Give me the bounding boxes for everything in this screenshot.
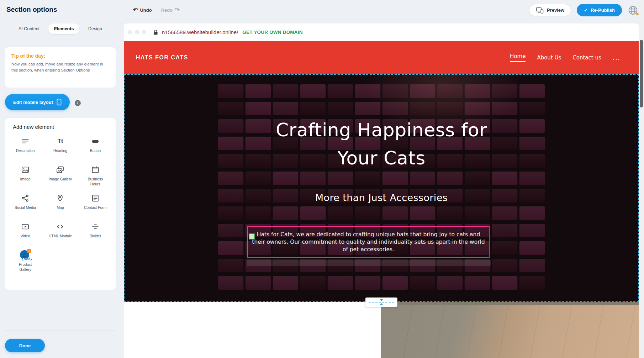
shop-badge: SHOP <box>22 258 31 261</box>
calendar-icon <box>91 165 100 175</box>
site-nav: Home About Us Contact us ... <box>510 41 621 74</box>
section-resize-handle[interactable] <box>365 298 397 307</box>
nav-home[interactable]: Home <box>510 53 526 62</box>
edit-mobile-label: Edit mobile layout <box>13 100 53 105</box>
add-element-panel: Add new element Description Tt Heading B… <box>5 118 116 290</box>
browser-chrome: n1566589.websitebuilder.online/ GET YOUR… <box>124 23 639 41</box>
check-icon: ✓ <box>584 7 588 13</box>
undo-button[interactable]: ↶ Undo <box>133 7 152 13</box>
phone-icon <box>57 99 62 106</box>
language-globe-button[interactable] <box>628 5 638 16</box>
resize-handle[interactable] <box>249 233 255 239</box>
share-icon <box>21 193 30 203</box>
preview-button[interactable]: Preview <box>529 4 571 16</box>
window-dot <box>128 30 132 34</box>
republish-label: Re-Publish <box>591 7 615 13</box>
undo-icon: ↶ <box>133 7 138 13</box>
element-html-module[interactable]: HTML Module <box>43 217 78 246</box>
nav-more-button[interactable]: ... <box>613 54 621 61</box>
tab-ai-content[interactable]: AI Content <box>13 23 45 34</box>
element-map[interactable]: Map <box>43 189 78 217</box>
edit-mobile-layout-button[interactable]: Edit mobile layout <box>5 94 70 110</box>
tip-card: Tip of the day: Now you can add, move an… <box>5 47 116 88</box>
scrollbar[interactable] <box>639 0 644 358</box>
done-button[interactable]: Done <box>5 339 45 352</box>
hero-subtitle[interactable]: More than Just Accessories <box>125 192 638 203</box>
scrollbar-thumb[interactable] <box>640 40 643 107</box>
site-preview: n1566589.websitebuilder.online/ GET YOUR… <box>124 23 639 358</box>
element-contact-form[interactable]: Contact Form <box>78 189 113 217</box>
video-icon <box>21 222 30 232</box>
page-title: Section options <box>6 6 57 14</box>
selected-text-element[interactable]: Hats for Cats, we are dedicated to craft… <box>247 226 490 258</box>
element-video[interactable]: Video <box>8 217 43 246</box>
hero-paragraph: Hats for Cats, we are dedicated to craft… <box>248 231 489 253</box>
tab-elements[interactable]: Elements <box>48 23 80 34</box>
add-element-title: Add new element <box>13 124 113 130</box>
site-logo[interactable]: HATS FOR CATS <box>136 54 188 61</box>
form-icon <box>91 193 100 203</box>
window-dot <box>135 30 139 34</box>
element-product-gallery[interactable]: SHOP + Product Gallery <box>8 246 43 274</box>
product-gallery-icon: SHOP + <box>20 250 31 260</box>
element-button[interactable]: Button <box>78 132 113 160</box>
image-gallery-icon <box>56 165 64 175</box>
window-dot <box>142 30 146 34</box>
map-pin-icon <box>56 193 64 203</box>
tab-design[interactable]: Design <box>83 23 108 34</box>
undo-label: Undo <box>140 7 152 13</box>
tip-title: Tip of the day: <box>11 53 109 59</box>
redo-icon: ↷ <box>175 7 179 13</box>
republish-button[interactable]: ✓ Re-Publish <box>577 4 622 16</box>
devices-icon <box>536 5 544 15</box>
element-business-hours[interactable]: Business Hours <box>78 160 113 189</box>
element-image[interactable]: Image <box>8 160 43 189</box>
hero-title[interactable]: Crafting Happiness for Your Cats <box>125 116 638 172</box>
get-domain-link[interactable]: GET YOUR OWN DOMAIN <box>242 30 302 35</box>
window-dots <box>128 30 146 34</box>
sidebar-tabs: AI Content Elements Design <box>5 23 116 34</box>
nav-contact[interactable]: Contact us <box>572 54 601 61</box>
tile-wall <box>218 84 545 290</box>
sidebar-divider <box>5 331 116 331</box>
hero-section[interactable]: Crafting Happiness for Your Cats More th… <box>124 74 639 302</box>
lock-icon <box>153 29 158 35</box>
hero-title-line2: Your Cats <box>125 144 638 172</box>
description-icon <box>21 136 30 146</box>
element-description[interactable]: Description <box>8 132 43 160</box>
redo-button[interactable]: Redo ↷ <box>161 7 180 13</box>
site-header: HATS FOR CATS Home About Us Contact us .… <box>124 41 639 74</box>
element-divider[interactable]: Divider <box>78 217 113 246</box>
element-grid: Description Tt Heading Button Image <box>8 132 113 274</box>
code-icon <box>56 222 64 232</box>
info-icon[interactable]: i <box>75 100 81 106</box>
topbar: Section options ↶ Undo Redo ↷ Preview ✓ … <box>0 0 644 20</box>
heading-icon: Tt <box>57 136 63 146</box>
element-heading[interactable]: Tt Heading <box>43 132 78 160</box>
history-controls: ↶ Undo Redo ↷ <box>133 5 180 15</box>
element-social-media[interactable]: Social Media <box>8 189 43 217</box>
tip-body: Now you can add, move and resize any ele… <box>11 61 109 74</box>
nav-about[interactable]: About Us <box>537 54 561 61</box>
ghost-bar <box>247 260 491 266</box>
preview-label: Preview <box>547 7 564 13</box>
redo-label: Redo <box>161 7 173 13</box>
merge-arrows-icon <box>377 298 386 306</box>
divider-icon <box>91 222 100 232</box>
plus-badge: + <box>27 249 31 253</box>
button-icon <box>91 136 100 146</box>
hero-title-line1: Crafting Happiness for <box>125 116 638 144</box>
topbar-actions: Preview ✓ Re-Publish <box>529 4 638 16</box>
site-url[interactable]: n1566589.websitebuilder.online/ <box>162 29 238 35</box>
element-image-gallery[interactable]: Image Gallery <box>43 160 78 189</box>
image-icon <box>21 165 30 175</box>
pavement-photo <box>381 302 639 358</box>
